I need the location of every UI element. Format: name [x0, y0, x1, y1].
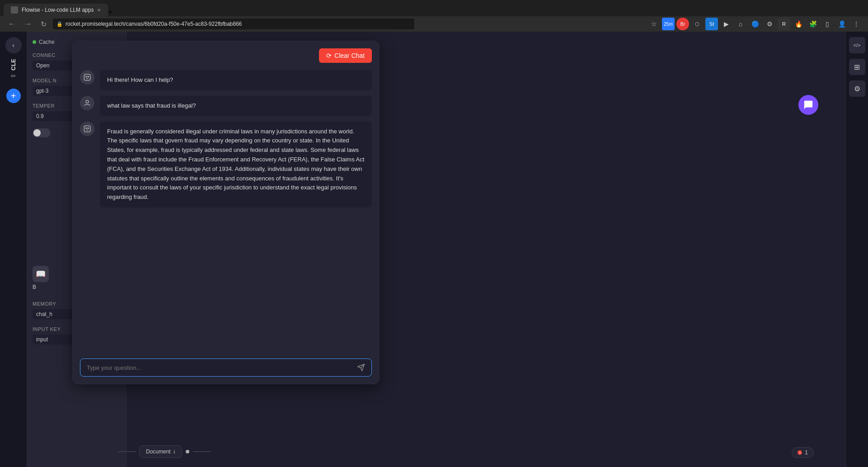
forward-nav-btn[interactable]: →: [22, 19, 34, 29]
clear-chat-icon: ⟳: [326, 52, 332, 59]
counter-dot: 1: [798, 450, 802, 455]
tab-title: Flowise - Low-code LLM apps: [22, 7, 94, 13]
extension-icon-2[interactable]: Br: [676, 18, 689, 30]
book-icon: 📖: [33, 266, 49, 282]
back-icon: ‹: [12, 42, 14, 49]
settings-btn[interactable]: ⚙: [849, 80, 865, 97]
new-tab-btn[interactable]: +: [108, 8, 112, 16]
clear-chat-label: Clear Chat: [334, 52, 365, 59]
menu-icon[interactable]: ⋮: [850, 18, 863, 30]
bot-message-text-1: Hi there! How can I help?: [107, 75, 365, 85]
chat-header: ⟳ Clear Chat: [73, 41, 379, 66]
extension-icon-6[interactable]: ⌂: [734, 18, 747, 30]
toggle-knob: [33, 129, 41, 137]
chat-panel: ⟳ Clear Chat Hi: [72, 41, 380, 384]
counter-label: 1: [805, 449, 808, 456]
add-node-btn[interactable]: +: [6, 89, 21, 103]
bottom-nodes: Document ℹ: [117, 445, 211, 458]
svg-point-6: [88, 127, 89, 128]
extension-icon-8[interactable]: ⚙: [763, 18, 776, 30]
cache-dot: [33, 40, 36, 44]
message-row-3: Fraud is generally considered illegal un…: [80, 122, 372, 208]
svg-rect-0: [84, 74, 90, 80]
bot-avatar-1: [80, 70, 94, 85]
settings-icon: ⚙: [854, 85, 860, 93]
extension-icon-7[interactable]: 🔵: [749, 18, 761, 30]
browser-chrome: Flowise - Low-code LLM apps ✕ + ← → ↻ 🔒 …: [0, 0, 868, 32]
grid-view-btn[interactable]: ⊞: [849, 59, 865, 75]
message-row-1: Hi there! How can I help?: [80, 70, 372, 90]
extension-icon-4[interactable]: St: [705, 18, 718, 30]
send-message-btn[interactable]: [357, 363, 365, 372]
bot-message-2: Fraud is generally considered illegal un…: [100, 122, 372, 208]
cache-label: Cache: [39, 39, 55, 45]
active-tab[interactable]: Flowise - Low-code LLM apps ✕: [4, 4, 108, 16]
counter-value: 1: [799, 451, 801, 455]
node-connector-right: [193, 451, 211, 452]
extension-icon-fire[interactable]: 🔥: [792, 18, 805, 30]
clear-chat-button[interactable]: ⟳ Clear Chat: [319, 48, 372, 63]
chat-input[interactable]: [87, 364, 353, 371]
svg-point-2: [88, 76, 89, 77]
tab-close-btn[interactable]: ✕: [97, 8, 101, 13]
back-button[interactable]: ‹: [5, 37, 22, 53]
project-name: CLE: [10, 59, 17, 71]
svg-rect-4: [84, 126, 90, 132]
app-container: ‹ CLE ✏ + Cache Connec Open Model N gpt-…: [0, 32, 868, 467]
url-text: rocket.promiselegal.tech/canvas/6b0fd20a…: [66, 21, 242, 27]
bookmark-icon[interactable]: ☆: [647, 18, 660, 30]
chat-input-wrapper: [80, 359, 372, 377]
node-counter: 1 1: [792, 447, 814, 458]
chat-input-area: [73, 353, 379, 384]
extension-icon-1[interactable]: 25m: [662, 18, 675, 30]
bot-message-text-2: Fraud is generally considered illegal un…: [107, 127, 365, 202]
split-view-icon[interactable]: ▯: [821, 18, 834, 30]
user-message-1: what law says that fraud is illegal?: [100, 96, 372, 116]
user-message-text-1: what law says that fraud is illegal?: [107, 101, 365, 111]
svg-point-3: [86, 100, 89, 103]
code-icon: </>: [854, 42, 861, 48]
grid-icon: ⊞: [854, 63, 860, 71]
chat-messages: Hi there! How can I help? what law says …: [73, 66, 379, 353]
node-connector-left: [117, 451, 136, 452]
edit-project-btn[interactable]: ✏: [11, 72, 16, 80]
canvas-area: Cache Connec Open Model N gpt-3 Temper 0…: [27, 32, 845, 467]
lock-icon: 🔒: [56, 21, 63, 27]
svg-point-1: [86, 76, 87, 77]
back-nav-btn[interactable]: ←: [5, 19, 18, 29]
document-info-icon: ℹ: [174, 449, 175, 454]
address-bar[interactable]: 🔒 rocket.promiselegal.tech/canvas/6b0fd2…: [53, 19, 414, 29]
bot-message-1: Hi there! How can I help?: [100, 70, 372, 90]
right-toolbar: </> ⊞ ⚙: [845, 32, 868, 467]
message-row-2: what law says that fraud is illegal?: [80, 96, 372, 116]
extension-icon-5[interactable]: ▶: [720, 18, 732, 30]
node-dot: [186, 450, 189, 453]
code-view-btn[interactable]: </>: [849, 37, 865, 53]
tab-favicon: [11, 6, 18, 14]
extension-icon-r[interactable]: R: [778, 18, 790, 30]
user-avatar: [80, 96, 94, 110]
browser-toolbar-icons: ☆ 25m Br ⬡ St ▶ ⌂ 🔵 ⚙ R 🔥 🧩 ▯ 👤 ⋮: [647, 18, 863, 30]
extension-icon-3[interactable]: ⬡: [691, 18, 704, 30]
browser-tabs: Flowise - Low-code LLM apps ✕ +: [0, 0, 868, 16]
profile-icon[interactable]: 👤: [835, 18, 848, 30]
browser-toolbar: ← → ↻ 🔒 rocket.promiselegal.tech/canvas/…: [0, 16, 868, 32]
document-node-label: Document: [146, 448, 171, 455]
document-node: Document ℹ: [139, 445, 182, 458]
svg-point-5: [86, 127, 87, 128]
reload-nav-btn[interactable]: ↻: [38, 19, 49, 29]
extension-icon-ext[interactable]: 🧩: [807, 18, 819, 30]
chat-bubble-btn[interactable]: [798, 95, 818, 115]
toggle-switch[interactable]: [33, 128, 51, 137]
bot-avatar-2: [80, 122, 94, 136]
left-sidebar: ‹ CLE ✏ +: [0, 32, 27, 467]
